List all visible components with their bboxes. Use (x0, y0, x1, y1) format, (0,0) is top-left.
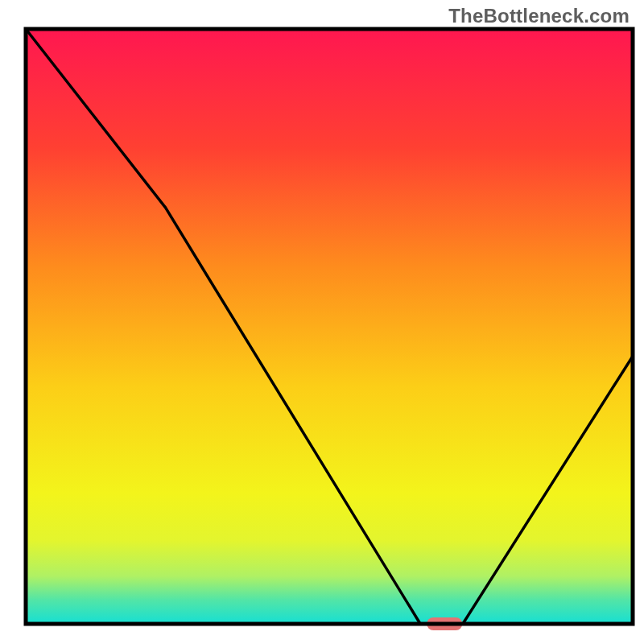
chart-background (26, 29, 633, 624)
bottleneck-chart (0, 0, 644, 644)
chart-container: TheBottleneck.com (0, 0, 644, 644)
watermark-text: TheBottleneck.com (448, 5, 630, 27)
